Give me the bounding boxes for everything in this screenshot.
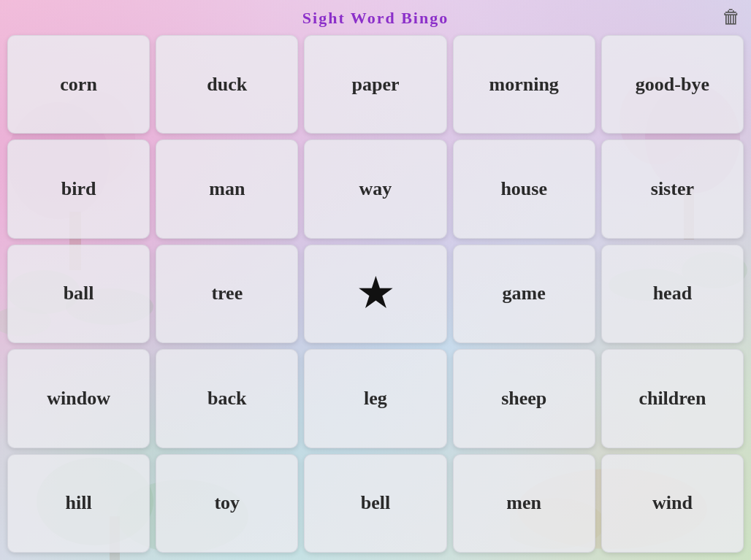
- bingo-cell-ball[interactable]: ball: [7, 245, 150, 343]
- bingo-cell-leg[interactable]: leg: [304, 349, 446, 448]
- bingo-cell-hill[interactable]: hill: [7, 454, 150, 553]
- bingo-cell-window[interactable]: window: [7, 349, 150, 448]
- bingo-cell-back[interactable]: back: [156, 349, 298, 448]
- bingo-cell-sister[interactable]: sister: [601, 139, 744, 238]
- bingo-cell-house[interactable]: house: [453, 139, 595, 238]
- bingo-cell-toy[interactable]: toy: [156, 454, 298, 553]
- bingo-cell-men[interactable]: men: [453, 454, 595, 553]
- bingo-cell-sheep[interactable]: sheep: [453, 349, 595, 448]
- bingo-cell-head[interactable]: head: [601, 245, 744, 343]
- bingo-cell-way[interactable]: way: [304, 139, 446, 238]
- bingo-cell-children[interactable]: children: [601, 349, 744, 448]
- free-space-star[interactable]: ★: [304, 245, 446, 343]
- bingo-cell-bell[interactable]: bell: [304, 454, 446, 553]
- trash-icon[interactable]: 🗑: [722, 6, 741, 28]
- bingo-cell-good-bye[interactable]: good-bye: [601, 35, 744, 134]
- bingo-cell-morning[interactable]: morning: [453, 35, 595, 134]
- page-title: Sight Word Bingo: [0, 9, 751, 28]
- bingo-cell-bird[interactable]: bird: [7, 139, 150, 238]
- bingo-cell-tree[interactable]: tree: [156, 245, 298, 343]
- bingo-cell-duck[interactable]: duck: [156, 35, 298, 134]
- bingo-grid: cornduckpapermorninggood-byebirdmanwayho…: [7, 35, 744, 553]
- bingo-cell-game[interactable]: game: [453, 245, 595, 343]
- bingo-cell-corn[interactable]: corn: [7, 35, 150, 134]
- bingo-cell-paper[interactable]: paper: [304, 35, 446, 134]
- bingo-cell-wind[interactable]: wind: [601, 454, 744, 553]
- bingo-cell-man[interactable]: man: [156, 139, 298, 238]
